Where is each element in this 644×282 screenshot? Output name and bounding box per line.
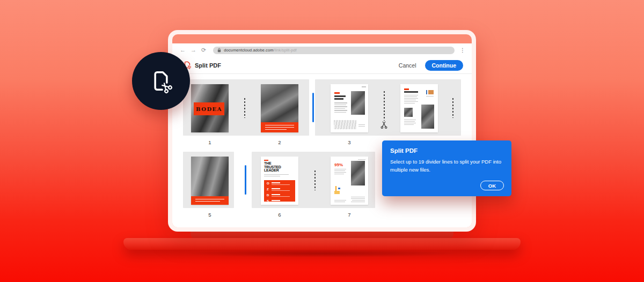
page-thumbnail-7: 95%	[331, 157, 368, 205]
cancel-button[interactable]: Cancel	[399, 62, 416, 69]
bodea-cover-logo: BODEA	[194, 102, 224, 115]
page6-red-list: O Z D S	[264, 180, 295, 202]
page-number-5: 5	[191, 212, 229, 218]
page-thumbnail-1: BODEA	[191, 84, 229, 132]
page4-photo-small	[404, 108, 413, 117]
split-pdf-tooltip: Split PDF Select up to 19 divider lines …	[382, 140, 511, 196]
forward-icon[interactable]: →	[191, 47, 196, 53]
page-thumbnail-3	[331, 84, 368, 132]
page-thumbnail-4	[400, 84, 438, 132]
tooltip-body: Select up to 19 divider lines to split y…	[390, 158, 504, 174]
split-pdf-badge-icon	[148, 68, 174, 94]
divider-after-page-6[interactable]	[314, 170, 316, 190]
browser-window: ← → ⟳ documentcloud.adobe.com/link/split…	[172, 43, 472, 227]
laptop-base	[123, 238, 521, 250]
page5-red-band	[191, 196, 229, 205]
page2-red-band	[261, 122, 298, 132]
divider-after-page-3[interactable]	[384, 91, 385, 121]
page-number-1: 1	[191, 139, 229, 145]
page-number-6: 6	[261, 212, 298, 218]
hero-illustration: ← → ⟳ documentcloud.adobe.com/link/split…	[0, 0, 644, 282]
browser-menu-icon[interactable]: ⋮	[459, 48, 466, 53]
url-path: /link/split-pdf	[274, 48, 297, 53]
lock-icon	[217, 48, 221, 53]
page-thumbnail-2	[261, 84, 298, 132]
page6-title: THE TRUSTED LEADER	[264, 162, 281, 173]
page4-photo-large	[421, 105, 434, 129]
page-thumbnail-6: THE TRUSTED LEADER O Z D S	[261, 157, 298, 205]
page7-photo	[351, 161, 365, 185]
divider-after-page-1[interactable]	[244, 98, 245, 118]
ok-button[interactable]: OK	[480, 181, 504, 190]
refresh-icon[interactable]: ⟳	[201, 47, 206, 53]
continue-button[interactable]: Continue	[425, 60, 464, 71]
tooltip-title: Split PDF	[390, 147, 503, 154]
page4-chip-orange	[428, 90, 434, 94]
page3-photo	[351, 91, 365, 115]
page-thumbnail-5	[191, 157, 229, 205]
page3-sketch	[334, 120, 356, 129]
page7-stat: 95%	[334, 162, 343, 167]
divider-after-page-2-selected[interactable]	[312, 93, 314, 122]
laptop-screen: ← → ⟳ documentcloud.adobe.com/link/split…	[168, 30, 476, 232]
url-domain: documentcloud.adobe.com	[224, 48, 273, 53]
app-header: Split PDF Cancel Continue	[172, 57, 472, 74]
page-number-7: 7	[331, 212, 368, 218]
split-pdf-badge	[132, 52, 190, 110]
page-title: Split PDF	[195, 62, 221, 69]
page-number-2: 2	[261, 139, 298, 145]
address-bar[interactable]: documentcloud.adobe.com/link/split-pdf	[213, 47, 455, 54]
back-icon[interactable]: ←	[180, 47, 186, 53]
page-number-3: 3	[331, 139, 368, 145]
divider-after-page-4[interactable]	[452, 98, 453, 118]
browser-toolbar: ← → ⟳ documentcloud.adobe.com/link/split…	[172, 43, 472, 57]
scissors-cursor-icon	[380, 121, 387, 129]
divider-after-page-5-selected[interactable]	[245, 165, 246, 195]
